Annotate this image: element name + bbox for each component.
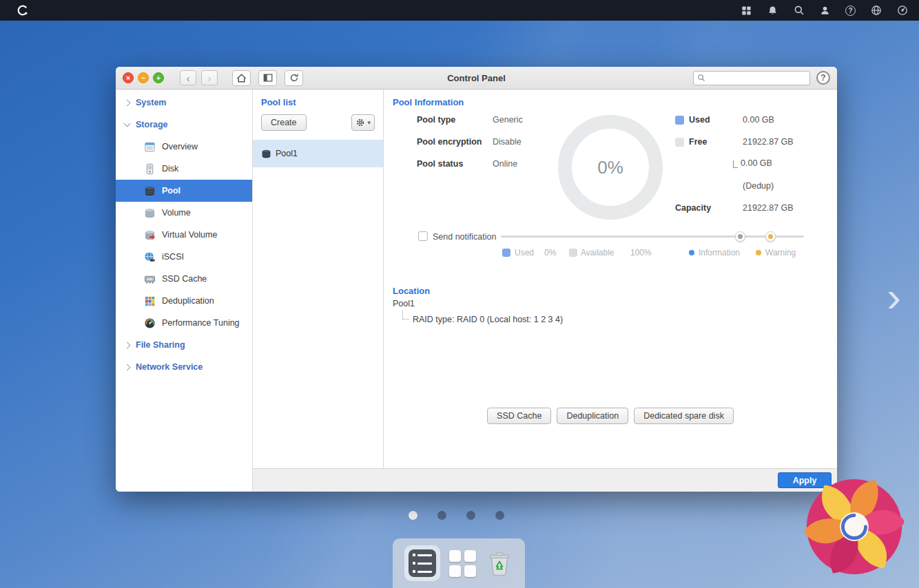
- notifications-bell-icon[interactable]: [767, 5, 778, 17]
- chevron-right-icon: [124, 364, 131, 370]
- forward-button[interactable]: ›: [201, 70, 218, 85]
- legend-information-dot: [689, 250, 694, 255]
- desktop-page-dots: [409, 511, 504, 520]
- sidebar-section-label: System: [136, 98, 166, 107]
- field-label: Pool status: [417, 159, 463, 169]
- warning-threshold-handle[interactable]: [765, 231, 776, 242]
- performance-tuning-icon: [143, 317, 156, 329]
- sidebar-section-system[interactable]: System: [116, 92, 252, 114]
- create-button[interactable]: Create: [261, 114, 307, 131]
- free-value: 21922.87 GB: [743, 137, 794, 147]
- window-help-button[interactable]: ?: [816, 71, 830, 85]
- app-center-dock-icon[interactable]: [449, 550, 476, 577]
- legend-available-swatch: [569, 249, 577, 257]
- legend-available-label: Available: [581, 248, 614, 258]
- svg-text:SSD: SSD: [147, 277, 153, 281]
- ssd-cache-button[interactable]: SSD Cache: [487, 408, 551, 424]
- close-button[interactable]: ×: [123, 72, 134, 83]
- field-value: Generic: [493, 115, 523, 125]
- send-notification-label: Send notification: [433, 232, 496, 242]
- window-footer: Apply: [253, 468, 837, 492]
- sidebar-item-label: Overview: [162, 142, 198, 151]
- sidebar-item-overview[interactable]: Overview: [116, 136, 252, 158]
- pool-item-label: Pool1: [276, 149, 298, 158]
- page-dot[interactable]: [495, 511, 504, 520]
- control-panel-dock-icon[interactable]: [404, 545, 440, 581]
- help-icon[interactable]: ?: [845, 6, 856, 16]
- refresh-button[interactable]: [285, 70, 303, 86]
- sidebar-item-label: Deduplication: [162, 296, 214, 306]
- pool-information-title: Pool Information: [393, 97, 464, 107]
- pool-information-panel: Pool Information Pool type Generic Pool …: [384, 90, 837, 468]
- legend-used-label: Used: [515, 248, 534, 258]
- sidebar-item-iscsi[interactable]: iSCSI: [116, 246, 252, 268]
- legend-warning-dot: [756, 250, 761, 255]
- pool-list-item[interactable]: Pool1: [253, 140, 383, 167]
- used-swatch: [675, 116, 684, 125]
- page-dot[interactable]: [437, 511, 446, 520]
- sidebar-item-pool[interactable]: Pool: [116, 180, 252, 202]
- notification-threshold-slider: [501, 231, 804, 242]
- overview-icon: [143, 140, 156, 153]
- pool-action-buttons: SSD Cache Deduplication Dedicated spare …: [384, 408, 837, 424]
- sidebar-section-network-service[interactable]: Network Service: [116, 356, 252, 378]
- sidebar-item-volume[interactable]: Volume: [116, 202, 252, 224]
- home-button[interactable]: [232, 70, 251, 86]
- search-icon[interactable]: [793, 5, 805, 17]
- sidebar-item-label: Virtual Volume: [162, 230, 217, 240]
- gear-icon: [355, 118, 365, 127]
- used-value: 0.00 GB: [743, 115, 774, 125]
- dedicated-spare-disk-button[interactable]: Dedicated spare disk: [634, 408, 734, 424]
- legend-available-value: 100%: [630, 248, 652, 258]
- search-icon: [697, 74, 705, 82]
- sidebar-item-disk[interactable]: Disk: [116, 158, 252, 180]
- sidebar-item-label: SSD Cache: [162, 274, 207, 284]
- next-page-chevron[interactable]: ›: [887, 275, 901, 318]
- resource-monitor-icon[interactable]: [896, 5, 908, 17]
- capacity-label: Capacity: [675, 203, 711, 213]
- deduplication-button[interactable]: Deduplication: [557, 408, 628, 424]
- search-input[interactable]: [708, 73, 806, 83]
- maximize-button[interactable]: +: [153, 72, 164, 83]
- legend-used-value: 0%: [544, 248, 556, 258]
- back-button[interactable]: ‹: [180, 70, 196, 85]
- iscsi-icon: [143, 251, 156, 263]
- sidebar-section-storage[interactable]: Storage: [116, 114, 252, 136]
- tree-corner-dotted-icon: [402, 311, 409, 319]
- volume-icon: [143, 207, 156, 219]
- free-swatch: [675, 138, 684, 147]
- window-titlebar: × − + ‹ › Control Panel: [116, 67, 837, 90]
- sidebar-item-virtual-volume[interactable]: Virtual Volume: [116, 224, 252, 246]
- recycle-bin-dock-icon[interactable]: [485, 549, 514, 578]
- slider-track[interactable]: [501, 235, 804, 238]
- control-panel-tile-icon: [409, 549, 436, 577]
- legend-used-swatch: [502, 249, 510, 257]
- send-notification-checkbox[interactable]: [418, 231, 428, 241]
- used-label: Used: [689, 115, 710, 125]
- usage-percent-label: 0%: [555, 112, 665, 222]
- chevron-down-icon: [124, 120, 131, 127]
- field-label: Pool encryption: [417, 137, 482, 147]
- layout-toggle-button[interactable]: [258, 70, 277, 86]
- language-globe-icon[interactable]: [870, 5, 882, 17]
- pool-actions-dropdown[interactable]: ▾: [351, 114, 375, 131]
- ssd-cache-icon: SSD: [143, 273, 156, 285]
- sidebar-item-label: Volume: [162, 208, 191, 218]
- location-pool-name: Pool1: [393, 299, 415, 308]
- sidebar-item-performance-tuning[interactable]: Performance Tuning: [116, 312, 252, 334]
- apps-grid-icon[interactable]: [741, 5, 752, 17]
- field-value: Online: [493, 159, 517, 169]
- minimize-button[interactable]: −: [138, 72, 149, 83]
- page-dot[interactable]: [409, 511, 417, 520]
- information-threshold-handle[interactable]: [735, 231, 745, 242]
- page-dot[interactable]: [466, 511, 475, 520]
- pool-icon: [143, 185, 156, 197]
- sidebar-item-ssd-cache[interactable]: SSD SSD Cache: [116, 268, 252, 290]
- topbar: ?: [0, 0, 919, 21]
- sidebar-section-file-sharing[interactable]: File Sharing: [116, 334, 252, 356]
- field-value: Disable: [493, 137, 522, 147]
- sidebar-item-label: iSCSI: [162, 252, 184, 262]
- dedup-value: 0.00 GB: [741, 158, 772, 168]
- user-account-icon[interactable]: [819, 5, 831, 17]
- sidebar-item-deduplication[interactable]: Deduplication: [116, 290, 252, 312]
